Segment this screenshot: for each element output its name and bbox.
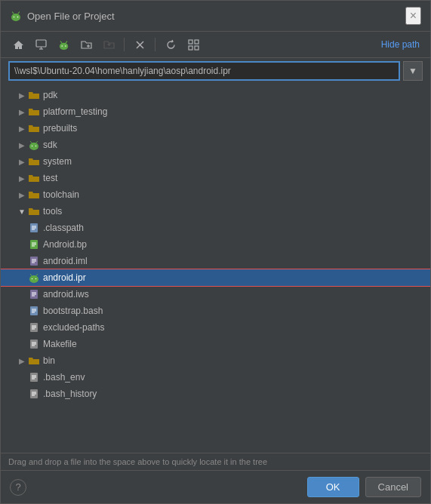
tree-label-platform-testing: platform_testing (43, 106, 107, 117)
new-folder-button[interactable] (183, 35, 203, 54)
tree-item-platform-testing[interactable]: ▶ platform_testing (1, 103, 430, 120)
svg-line-47 (36, 275, 38, 276)
tree-item-android-ipr[interactable]: android.ipr (1, 269, 430, 286)
android-button[interactable] (54, 35, 73, 54)
path-row: ▼ (1, 58, 430, 84)
file-icon-excluded-paths (28, 321, 40, 333)
tree-label-excluded-paths: excluded-paths (43, 322, 104, 333)
hide-path-button[interactable]: Hide path (378, 38, 423, 51)
folder-up-button[interactable] (99, 35, 119, 54)
svg-rect-22 (189, 46, 192, 50)
status-text: Drag and drop a file into the space abov… (8, 457, 267, 466)
tree-label-test: test (43, 173, 57, 183)
toolbar-separator-1 (124, 38, 125, 51)
chevron-right-icon: ▶ (16, 355, 28, 367)
path-input[interactable] (8, 61, 400, 81)
tree-item-bash-history[interactable]: .bash_history (1, 386, 430, 402)
chevron-right-icon: ▶ (16, 189, 28, 201)
remove-button[interactable] (130, 35, 149, 54)
tree-label-bin: bin (43, 355, 55, 366)
tree-item-android-iws[interactable]: android.iws (1, 286, 430, 303)
tree-label-bash-history: .bash_history (43, 389, 97, 399)
tree-label-prebuilts: prebuilts (43, 123, 77, 134)
tree-label-bash-env: .bash_env (43, 372, 85, 383)
svg-line-5 (18, 12, 20, 14)
title-bar: Open File or Project × (1, 1, 430, 32)
svg-point-11 (61, 45, 63, 47)
file-icon-classpath (28, 222, 40, 234)
dialog-title: Open File or Project (27, 11, 115, 22)
chevron-right-icon: ▶ (16, 122, 28, 134)
tree-label-android-iml: android.iml (43, 256, 88, 266)
tree-label-bootstrap-bash: bootstrap.bash (43, 306, 103, 316)
toolbar: Hide path (1, 32, 430, 58)
toolbar-left (8, 35, 203, 54)
tree-label-classpath: .classpath (43, 223, 84, 233)
folder-add-button[interactable] (76, 35, 96, 54)
tree-item-makefile[interactable]: Makefile (1, 336, 430, 352)
close-button[interactable]: × (405, 7, 421, 25)
tree-item-system[interactable]: ▶ system (1, 153, 430, 170)
chevron-right-icon: ▶ (16, 172, 28, 184)
svg-point-27 (35, 146, 36, 146)
refresh-button[interactable] (161, 35, 180, 54)
tree-item-pdk[interactable]: ▶ pdk (1, 87, 430, 103)
chevron-right-icon: ▶ (16, 106, 28, 118)
path-dropdown-button[interactable]: ▼ (403, 61, 423, 81)
tree-label-sdk: sdk (43, 140, 57, 150)
file-icon-android-bp (28, 238, 40, 250)
ok-button[interactable]: OK (307, 477, 359, 497)
tree-item-test[interactable]: ▶ test (1, 170, 430, 186)
folder-icon-prebuilts (28, 122, 40, 134)
title-left: Open File or Project (10, 10, 115, 22)
tree-item-classpath[interactable]: .classpath (1, 220, 430, 236)
folder-icon-pdk (28, 89, 40, 101)
tree-item-excluded-paths[interactable]: excluded-paths (1, 319, 430, 336)
svg-line-46 (31, 275, 32, 276)
folder-icon-platform-testing (28, 106, 40, 118)
svg-rect-1 (12, 15, 20, 20)
help-button[interactable]: ? (10, 479, 26, 496)
action-buttons: OK Cancel (307, 477, 421, 497)
chevron-right-icon: ▶ (16, 139, 28, 151)
file-tree[interactable]: ▶ pdk ▶ platform_testing ▶ prebuilts (1, 84, 430, 453)
tree-item-tools[interactable]: ▼ tools (1, 203, 430, 220)
tree-item-sdk[interactable]: ▶ sdk (1, 137, 430, 153)
tree-label-android-iws: android.iws (43, 289, 89, 300)
folder-icon-bin (28, 355, 40, 367)
svg-rect-6 (36, 40, 46, 47)
tree-item-android-iml[interactable]: android.iml (1, 253, 430, 269)
svg-rect-21 (195, 40, 199, 44)
svg-point-45 (35, 278, 36, 279)
file-icon-android-iml (28, 255, 40, 267)
button-row: ? OK Cancel (1, 470, 430, 503)
svg-rect-23 (195, 46, 199, 50)
tree-item-bash-env[interactable]: .bash_env (1, 369, 430, 386)
folder-icon-tools (28, 205, 40, 217)
svg-line-13 (60, 41, 61, 42)
file-icon-bash-env (28, 371, 40, 383)
svg-rect-20 (189, 40, 192, 44)
dropdown-arrow-icon: ▼ (408, 66, 417, 76)
file-icon-android-iws (28, 288, 40, 300)
tree-label-android-ipr: android.ipr (43, 272, 86, 283)
tree-label-pdk: pdk (43, 90, 57, 100)
tree-label-makefile: Makefile (43, 339, 77, 349)
svg-rect-43 (30, 277, 38, 281)
tree-item-bin[interactable]: ▶ bin (1, 352, 430, 369)
tree-item-android-bp[interactable]: Android.bp (1, 236, 430, 253)
svg-rect-25 (30, 144, 38, 149)
svg-line-29 (36, 142, 38, 143)
file-icon-bash-history (28, 388, 40, 400)
home-button[interactable] (8, 35, 28, 54)
file-icon-bootstrap-bash (28, 305, 40, 317)
tree-item-toolchain[interactable]: ▶ toolchain (1, 186, 430, 203)
folder-icon-system (28, 155, 40, 167)
tree-item-bootstrap-bash[interactable]: bootstrap.bash (1, 303, 430, 319)
cancel-button[interactable]: Cancel (365, 477, 421, 497)
folder-icon-toolchain (28, 189, 40, 201)
desktop-button[interactable] (31, 35, 51, 54)
svg-rect-10 (60, 44, 66, 48)
android-icon-ipr (28, 272, 40, 284)
tree-item-prebuilts[interactable]: ▶ prebuilts (1, 120, 430, 137)
